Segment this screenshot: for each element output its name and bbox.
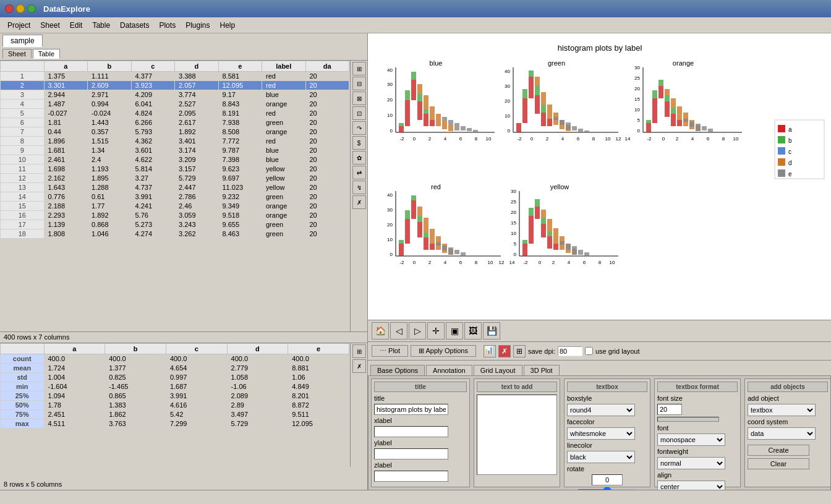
table-cell[interactable]: 1.681 (44, 146, 88, 155)
table-cell[interactable]: 4.737 (131, 183, 175, 192)
table-cell[interactable]: 20 (305, 72, 349, 81)
table-cell[interactable]: 9.349 (218, 202, 262, 211)
table-cell[interactable]: 2.46 (175, 202, 219, 211)
table-cell[interactable]: 20 (305, 118, 349, 127)
stats-btn-1[interactable]: ⊞ (352, 344, 366, 358)
table-cell[interactable]: 1.643 (44, 183, 88, 192)
table-cell[interactable]: 1.046 (88, 229, 132, 239)
table-cell[interactable]: 3.923 (131, 81, 175, 90)
table-cell[interactable]: 1.375 (44, 72, 88, 81)
toolbar-btn-9[interactable]: ↯ (352, 181, 366, 194)
table-cell[interactable]: -0.027 (44, 109, 88, 118)
col-header-e[interactable]: e (218, 61, 262, 72)
add-object-select[interactable]: textboxarrowline (748, 404, 816, 416)
plot-back-btn[interactable]: ◁ (390, 322, 407, 340)
zlabel-input[interactable] (374, 471, 448, 482)
table-cell[interactable]: 20 (305, 109, 349, 118)
fontsize-input[interactable] (657, 404, 682, 415)
table-cell[interactable]: 2.786 (175, 192, 219, 202)
tab-base-options[interactable]: Base Options (370, 365, 425, 375)
table-cell[interactable]: 4.274 (131, 229, 175, 239)
table-cell[interactable]: 1.77 (88, 202, 132, 211)
table-cell[interactable]: 0.44 (44, 127, 88, 137)
toolbar-btn-5[interactable]: ↷ (352, 121, 366, 135)
table-cell[interactable]: 9.697 (218, 174, 262, 183)
tab-grid-layout[interactable]: Grid Layout (474, 365, 522, 375)
table-cell[interactable]: 2.162 (44, 174, 88, 183)
table-cell[interactable]: 2.944 (44, 90, 88, 100)
table-cell[interactable]: 3.301 (44, 81, 88, 90)
table-cell[interactable]: 1.443 (88, 118, 132, 127)
stats-col-b[interactable]: b (105, 344, 166, 354)
table-cell[interactable]: 1.139 (44, 220, 88, 229)
table-cell[interactable]: orange (262, 202, 306, 211)
table-cell[interactable]: 9.623 (218, 164, 262, 174)
table-cell[interactable]: 2.971 (88, 90, 132, 100)
table-cell[interactable]: 4.209 (131, 90, 175, 100)
subtab-table[interactable]: Table (33, 49, 60, 59)
table-cell[interactable]: red (262, 109, 306, 118)
table-cell[interactable]: 3.262 (175, 229, 219, 239)
col-header-c[interactable]: c (131, 61, 175, 72)
table-cell[interactable]: 1.34 (88, 146, 132, 155)
table-cell[interactable]: 20 (305, 192, 349, 202)
table-cell[interactable]: 11.023 (218, 183, 262, 192)
table-cell[interactable]: 0.994 (88, 100, 132, 109)
table-cell[interactable]: 2.447 (175, 183, 219, 192)
table-cell[interactable]: 20 (305, 220, 349, 229)
table-cell[interactable]: 3.157 (175, 164, 219, 174)
plot-pan-btn[interactable]: ✛ (427, 322, 445, 340)
fontweight-select[interactable]: normalbold (657, 457, 725, 469)
table-cell[interactable]: blue (262, 146, 306, 155)
table-cell[interactable]: 20 (305, 174, 349, 183)
table-cell[interactable]: yellow (262, 174, 306, 183)
table-cell[interactable]: red (262, 72, 306, 81)
table-cell[interactable]: 2.527 (175, 100, 219, 109)
table-cell[interactable]: 5.793 (131, 127, 175, 137)
table-cell[interactable]: 1.193 (88, 164, 132, 174)
table-cell[interactable]: 20 (305, 127, 349, 137)
table-cell[interactable]: 3.601 (131, 146, 175, 155)
toolbar-btn-1[interactable]: ⊞ (352, 62, 366, 75)
toolbar-btn-8[interactable]: ⇄ (352, 166, 366, 179)
table-cell[interactable]: 4.362 (131, 137, 175, 146)
stats-scroll[interactable]: a b c d e count400.0400.0400.0400.0400.0… (0, 343, 349, 467)
toolbar-btn-4[interactable]: ⊡ (352, 106, 366, 120)
table-cell[interactable]: 9.655 (218, 220, 262, 229)
xlabel-input[interactable] (374, 426, 448, 437)
tab-annotation[interactable]: Annotation (426, 365, 472, 375)
table-cell[interactable]: 2.609 (88, 81, 132, 90)
table-cell[interactable]: 6.041 (131, 100, 175, 109)
table-cell[interactable]: 20 (305, 211, 349, 220)
table-cell[interactable]: 3.774 (175, 90, 219, 100)
table-cell[interactable]: 9.787 (218, 146, 262, 155)
title-input[interactable] (374, 404, 448, 415)
table-cell[interactable]: 4.622 (131, 155, 175, 164)
toolbar-btn-2[interactable]: ⊟ (352, 77, 366, 90)
table-cell[interactable]: 2.461 (44, 155, 88, 164)
stats-col-a[interactable]: a (44, 344, 105, 354)
table-cell[interactable]: 20 (305, 183, 349, 192)
toolbar-btn-6[interactable]: $ (352, 136, 366, 150)
fontsize-slider-bar[interactable] (657, 417, 719, 422)
table-cell[interactable]: 6.266 (131, 118, 175, 127)
table-cell[interactable]: 1.895 (88, 174, 132, 183)
linecolor-select[interactable]: blackredblue (567, 451, 635, 463)
tab-3d-plot[interactable]: 3D Plot (524, 365, 560, 375)
plot-forward-btn[interactable]: ▷ (409, 322, 426, 340)
table-cell[interactable]: blue (262, 155, 306, 164)
table-cell[interactable]: 7.938 (218, 118, 262, 127)
table-cell[interactable]: 2.188 (44, 202, 88, 211)
align-select[interactable]: centerleftright (657, 481, 725, 490)
table-cell[interactable]: 2.617 (175, 118, 219, 127)
table-cell[interactable]: 2.4 (88, 155, 132, 164)
table-cell[interactable]: 1.892 (88, 211, 132, 220)
table-cell[interactable]: 2.057 (175, 81, 219, 90)
create-button[interactable]: Create (748, 445, 809, 456)
table-cell[interactable]: 20 (305, 90, 349, 100)
table-cell[interactable]: 9.17 (218, 90, 262, 100)
data-scroll[interactable]: a b c d e label da 11.3751.1114.3773.388… (0, 61, 349, 331)
toolbar-btn-7[interactable]: ✿ (352, 151, 366, 164)
table-cell[interactable]: 4.824 (131, 109, 175, 118)
table-cell[interactable]: 9.232 (218, 192, 262, 202)
